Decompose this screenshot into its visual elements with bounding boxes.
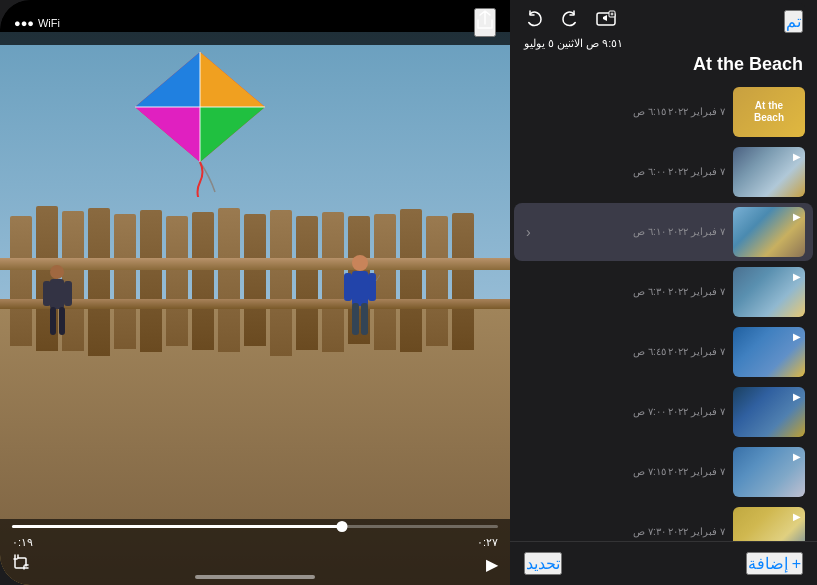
done-button[interactable]: تم [784,10,803,33]
clip-date: ٧ فبراير ٢٠٢٢ ٦:١٥ ص [522,105,725,119]
list-item[interactable]: ▶ ٧ فبراير ٢٠٢٢ ٦:٠٠ ص [514,143,813,201]
video-icon: ▶ [793,451,801,462]
clip-date: ٧ فبراير ٢٠٢٢ ٦:١٠ ص [531,225,725,239]
undo-icon[interactable] [524,10,544,33]
wifi-icon: WiFi [38,17,60,29]
video-icon: ▶ [793,151,801,162]
video-icon: ▶ [793,271,801,282]
top-bar: ●●● WiFi [0,0,510,45]
video-icon: ▶ [793,511,801,522]
svg-rect-16 [43,281,51,306]
status-datetime: ٩:٥١ ص الاثنين ٥ يوليو [524,37,623,50]
clip-thumbnail: ▶ [733,327,805,377]
svg-rect-19 [59,307,65,335]
video-player-panel: ●●● WiFi [0,0,510,585]
svg-rect-18 [50,307,56,335]
clip-date: ٧ فبراير ٢٠٢٢ ٦:٣٠ ص [522,285,725,299]
right-status-bar: ٩:٥١ ص الاثنين ٥ يوليو [510,37,817,52]
clip-date: ٧ فبراير ٢٠٢٢ ٦:٠٠ ص [522,165,725,179]
clip-date: ٧ فبراير ٢٠٢٢ ٧:٣٠ ص [522,525,725,539]
clip-thumbnail: ▶ [733,387,805,437]
add-label: إضافة [748,554,788,573]
share-button[interactable] [474,8,496,37]
redo-icon[interactable] [560,10,580,33]
list-item[interactable]: ▶ ٧ فبراير ٢٠٢٢ ٧:٣٠ ص [514,503,813,541]
chevron-icon: ‹ [522,224,531,240]
clip-thumbnail: At theBeach [733,87,805,137]
total-time: ۰:۲۷ [477,536,498,549]
progress-thumb [337,521,348,532]
crop-icon[interactable] [12,553,30,575]
clip-info: ٧ فبراير ٢٠٢٢ ٧:٠٠ ص [522,405,725,419]
svg-marker-4 [135,107,200,162]
clip-thumbnail: ▶ [733,267,805,317]
controls-row: ▶ [12,553,498,575]
clip-date: ٧ فبراير ٢٠٢٢ ٧:٠٠ ص [522,405,725,419]
bottom-bar: + إضافة تحديد [510,541,817,585]
clip-add-icon[interactable] [596,10,616,33]
clip-thumbnail: ▶ [733,507,805,541]
clip-info: ٧ فبراير ٢٠٢٢ ٦:١٥ ص [522,105,725,119]
video-icon: ▶ [793,331,801,342]
video-scene [0,32,510,585]
list-item[interactable]: At theBeach ٧ فبراير ٢٠٢٢ ٦:١٥ ص [514,83,813,141]
clip-info: ٧ فبراير ٢٠٢٢ ٦:٤٥ ص [522,345,725,359]
signal-icon: ●●● [14,17,34,29]
clip-date: ٧ فبراير ٢٠٢٢ ٧:١٥ ص [522,465,725,479]
svg-rect-11 [352,303,359,335]
clips-panel: تم [510,0,817,585]
clip-info: ٧ فبراير ٢٠٢٢ ٦:١٠ ص [531,225,725,239]
clips-list: At theBeach ٧ فبراير ٢٠٢٢ ٦:١٥ ص ▶ ٧ فبر… [510,83,817,541]
clip-thumbnail: ▶ [733,447,805,497]
home-indicator [195,575,315,579]
clip-thumbnail: ▶ [733,207,805,257]
progress-fill [12,525,342,528]
plus-icon: + [792,555,801,573]
svg-rect-15 [50,279,64,309]
clip-date: ٧ فبراير ٢٠٢٢ ٦:٤٥ ص [522,345,725,359]
project-title: At the Beach [510,52,817,83]
video-icon: ▶ [793,391,801,402]
right-top-bar: تم [510,0,817,37]
select-button[interactable]: تحديد [524,552,562,575]
svg-rect-8 [352,271,368,306]
svg-rect-17 [64,281,72,306]
add-button[interactable]: + إضافة [746,552,803,575]
svg-line-13 [376,253,380,281]
list-item[interactable]: ▶ ٧ فبراير ٢٠٢٢ ٦:٤٥ ص [514,323,813,381]
progress-bar[interactable] [12,525,498,528]
svg-point-14 [50,265,64,279]
list-item[interactable]: ▶ ٧ فبراير ٢٠٢٢ ٧:١٥ ص [514,443,813,501]
svg-point-7 [352,255,368,271]
list-item[interactable]: ▶ ٧ فبراير ٢٠٢٢ ٦:٣٠ ص [514,263,813,321]
video-icon: ▶ [793,211,801,222]
svg-marker-1 [200,52,265,107]
current-time: ۰:۱۹ [12,536,33,549]
svg-rect-9 [344,273,352,301]
list-item[interactable]: ▶ ٧ فبراير ٢٠٢٢ ٧:٠٠ ص [514,383,813,441]
svg-marker-2 [135,52,200,107]
status-bar: ●●● WiFi [14,17,60,29]
clip-info: ٧ فبراير ٢٠٢٢ ٧:١٥ ص [522,465,725,479]
clip-info: ٧ فبراير ٢٠٢٢ ٧:٣٠ ص [522,525,725,539]
svg-rect-10 [368,273,376,301]
svg-rect-12 [361,303,368,335]
clip-thumbnail: ▶ [733,147,805,197]
clip-info: ٧ فبراير ٢٠٢٢ ٦:٠٠ ص [522,165,725,179]
list-item[interactable]: ▶ ٧ فبراير ٢٠٢٢ ٦:١٠ ص ‹ [514,203,813,261]
play-button[interactable]: ▶ [486,555,498,574]
toolbar-icons [524,10,616,33]
svg-marker-3 [200,107,265,162]
time-display: ۰:۱۹ ۰:۲۷ [12,536,498,549]
clip-info: ٧ فبراير ٢٠٢٢ ٦:٣٠ ص [522,285,725,299]
